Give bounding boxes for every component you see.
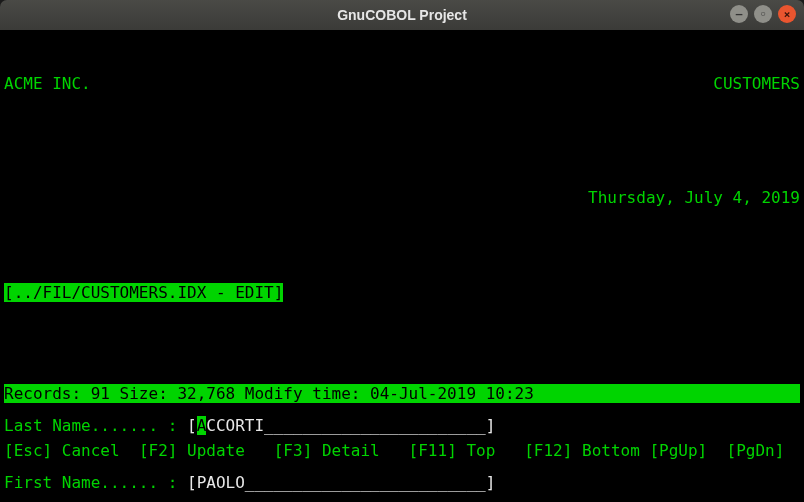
file-edit-bar: [../FIL/CUSTOMERS.IDX - EDIT] — [4, 283, 283, 302]
window-title: GnuCOBOL Project — [337, 7, 467, 23]
fn-f11[interactable]: [F11] — [409, 441, 457, 460]
fn-f3[interactable]: [F3] — [274, 441, 313, 460]
status-line: Records: 91 Size: 32,768 Modify time: 04… — [4, 384, 800, 403]
close-icon[interactable]: × — [778, 5, 796, 23]
fn-esc[interactable]: [Esc] — [4, 441, 52, 460]
module-header: CUSTOMERS — [713, 74, 800, 93]
window-controls: – ◦ × — [730, 5, 796, 23]
maximize-icon[interactable]: ◦ — [754, 5, 772, 23]
status-area: Records: 91 Size: 32,768 Modify time: 04… — [4, 346, 800, 498]
function-key-bar: [Esc] Cancel [F2] Update [F3] Detail [F1… — [4, 441, 800, 460]
window-titlebar: GnuCOBOL Project – ◦ × — [0, 0, 804, 30]
fn-pgdn[interactable]: [PgDn] — [727, 441, 785, 460]
fn-f2[interactable]: [F2] — [139, 441, 178, 460]
company-header: ACME INC. — [4, 74, 91, 93]
fn-pgup[interactable]: [PgUp] — [649, 441, 707, 460]
date-display: Thursday, July 4, 2019 — [4, 188, 800, 207]
fn-f12[interactable]: [F12] — [524, 441, 572, 460]
minimize-icon[interactable]: – — [730, 5, 748, 23]
terminal-screen: ACME INC. CUSTOMERS Thursday, July 4, 20… — [0, 30, 804, 502]
